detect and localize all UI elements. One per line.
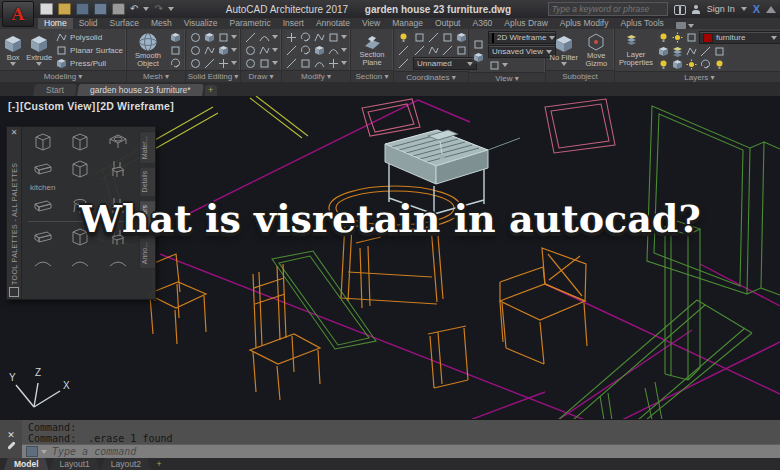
ribbon-tab-output[interactable]: Output <box>429 17 467 29</box>
coord-icon-2[interactable] <box>427 31 440 43</box>
smooth-object-tool[interactable]: Smooth Object <box>130 32 166 68</box>
application-menu-button[interactable]: A <box>2 1 34 27</box>
draw-icon-6[interactable] <box>258 57 271 69</box>
palette-tab-materials[interactable]: Mater... <box>139 131 155 164</box>
layout-tab-layout1[interactable]: Layout1 <box>50 458 100 470</box>
modify-icon-9[interactable] <box>285 57 298 69</box>
panel-label-modify[interactable]: Modify ▾ <box>282 70 350 82</box>
ribbon-tab-view[interactable]: View <box>356 17 386 29</box>
draw-icon-3[interactable] <box>244 44 257 56</box>
mesh-icon-2[interactable] <box>169 44 182 56</box>
new-file-icon[interactable] <box>40 3 53 15</box>
modify-icon-8[interactable] <box>327 44 340 56</box>
ribbon-tab-insert[interactable]: Insert <box>277 17 310 29</box>
layers-icon-8[interactable] <box>685 58 698 70</box>
planar-surface-tool[interactable]: Planar Surface <box>55 44 123 56</box>
ribbon-tab-annotate[interactable]: Annotate <box>310 17 356 29</box>
layer-freeze-icon[interactable] <box>671 32 684 44</box>
file-tab-current-drawing[interactable]: garden house 23 furniture* <box>77 84 203 96</box>
coord-icon-8[interactable] <box>455 44 468 56</box>
solidedit-icon-5[interactable] <box>203 44 216 56</box>
open-file-icon[interactable] <box>58 3 71 15</box>
palette-title-bar[interactable]: ✕ TOOL PALETTES - ALL PALETTES <box>7 127 22 299</box>
modify-icon-5[interactable] <box>285 44 298 56</box>
solidedit-icon-2[interactable] <box>203 31 216 43</box>
undo-dropdown-caret[interactable] <box>143 7 149 11</box>
viewport-menu-control[interactable]: [-] <box>8 100 19 112</box>
ribbon-tab-home[interactable]: Home <box>38 17 73 29</box>
layers-icon-1[interactable] <box>657 45 670 57</box>
plot-icon[interactable] <box>112 3 125 15</box>
solidedit-icon-8[interactable] <box>203 57 216 69</box>
mesh-icon-1[interactable] <box>169 31 182 43</box>
layer-lock-icon[interactable] <box>685 32 698 44</box>
panel-label-solid-editing[interactable]: Solid Editing ▾ <box>186 70 240 82</box>
ribbon-tab-parametric[interactable]: Parametric <box>224 17 277 29</box>
layer-on-icon[interactable] <box>657 32 670 44</box>
polysolid-tool[interactable]: Polysolid <box>55 31 123 43</box>
coord-icon-3[interactable] <box>441 31 454 43</box>
modify-icon-1[interactable] <box>285 31 298 43</box>
layout-tab-layout2[interactable]: Layout2 <box>101 458 151 470</box>
panel-label-layers[interactable]: Layers ▾ <box>615 71 780 82</box>
coord-icon-4[interactable] <box>455 31 468 43</box>
panel-label-draw[interactable]: Draw ▾ <box>241 70 281 82</box>
modify-icon-12[interactable] <box>327 57 340 69</box>
palette-close-icon[interactable]: ✕ <box>11 129 18 137</box>
view-icon-1[interactable] <box>472 39 485 51</box>
no-filter-tool[interactable]: No Filter <box>549 34 579 66</box>
move-gizmo-tool[interactable]: Move Gizmo <box>582 32 612 68</box>
view-icon-2[interactable] <box>472 52 485 64</box>
palette-item-sink[interactable] <box>105 130 131 154</box>
visual-style-control[interactable]: [2D Wireframe] <box>96 100 173 112</box>
palette-item-sofa[interactable] <box>30 225 56 249</box>
solidedit-icon-7[interactable] <box>189 57 202 69</box>
solidedit-icon-4[interactable] <box>189 44 202 56</box>
panel-label-view[interactable]: View ▾ <box>469 72 545 82</box>
command-input[interactable] <box>50 445 776 458</box>
new-drawing-tab-button[interactable]: + <box>205 85 217 96</box>
redo-icon[interactable]: ↷ <box>154 4 162 14</box>
panel-label-mesh[interactable]: Mesh ▾ <box>127 70 185 82</box>
ribbon-tab-surface[interactable]: Surface <box>104 17 145 29</box>
ribbon-tab-aplus-draw[interactable]: Aplus Draw <box>498 17 553 29</box>
layout-tab-model[interactable]: Model <box>4 458 49 470</box>
palette-item-arc-table-1[interactable] <box>30 252 56 276</box>
palette-tab-annotation[interactable]: Anno... <box>139 237 155 269</box>
mesh-icon-3[interactable] <box>169 57 182 69</box>
command-recent-caret[interactable] <box>41 450 47 454</box>
coord-icon-a[interactable] <box>397 32 410 44</box>
layer-dropdown[interactable]: furniture <box>699 31 780 44</box>
panel-label-coordinates[interactable]: Coordinates ▾ <box>394 71 468 82</box>
command-customize-wrench-icon[interactable] <box>7 441 15 449</box>
palette-item-wide-cabinet[interactable] <box>30 194 56 218</box>
layers-icon-3[interactable] <box>685 45 698 57</box>
view-icon-3[interactable] <box>488 59 501 71</box>
coord-icon-5[interactable] <box>413 44 426 56</box>
palette-tab-details[interactable]: Details <box>139 166 155 197</box>
signin-dropdown-caret[interactable] <box>741 7 747 11</box>
coord-icon-1[interactable] <box>413 31 426 43</box>
ribbon-tab-aplus-tools[interactable]: Aplus Tools <box>614 17 669 29</box>
coord-icon-6[interactable] <box>427 44 440 56</box>
ribbon-tab-visualize[interactable]: Visualize <box>178 17 224 29</box>
modify-icon-7[interactable] <box>313 44 326 56</box>
qat-dropdown-caret[interactable] <box>168 7 174 11</box>
sign-in-button[interactable]: Sign In <box>707 4 735 14</box>
palette-properties-icon[interactable] <box>9 287 19 297</box>
palette-item-drawer-unit[interactable] <box>67 157 93 181</box>
ribbon-tab-manage[interactable]: Manage <box>386 17 429 29</box>
modify-icon-4[interactable] <box>327 31 340 43</box>
coord-icon-7[interactable] <box>441 44 454 56</box>
layers-icon-10[interactable] <box>713 58 726 70</box>
layer-properties-tool[interactable]: Layer Properties <box>618 34 654 67</box>
exchange-apps-icon[interactable]: X <box>753 3 760 15</box>
ribbon-tab-a360[interactable]: A360 <box>466 17 498 29</box>
layers-icon-4[interactable] <box>699 45 712 57</box>
save-icon[interactable] <box>76 3 89 15</box>
coord-icon-c[interactable] <box>397 58 410 70</box>
layers-icon-6[interactable] <box>657 58 670 70</box>
help-search-input[interactable] <box>548 2 668 16</box>
file-tab-start[interactable]: Start <box>33 84 77 96</box>
ribbon-tab-solid[interactable]: Solid <box>73 17 104 29</box>
